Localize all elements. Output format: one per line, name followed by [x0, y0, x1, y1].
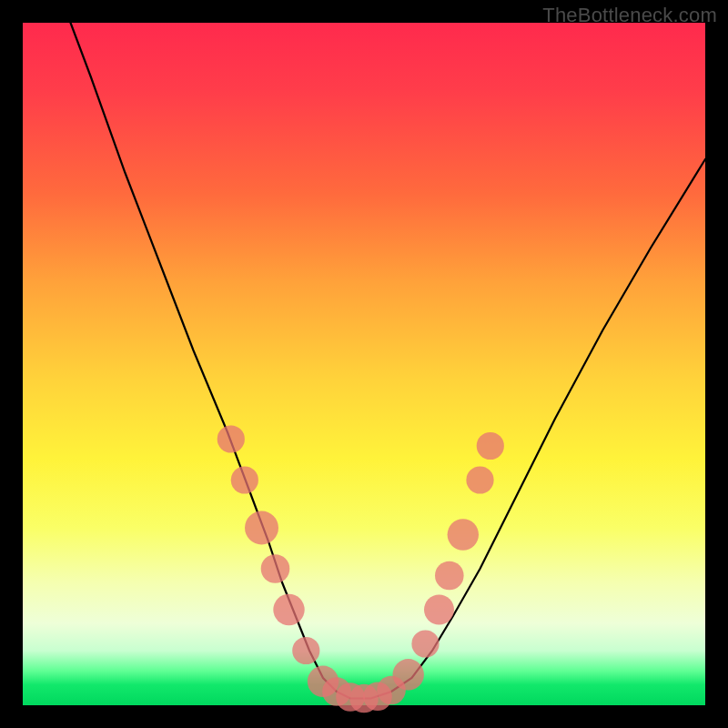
- curve-marker: [393, 659, 424, 690]
- bottleneck-curve-line: [71, 23, 706, 699]
- curve-marker: [466, 466, 493, 493]
- curve-marker: [273, 594, 304, 625]
- curve-marker: [217, 425, 245, 452]
- curve-markers-group: [217, 425, 504, 713]
- curve-marker: [292, 637, 319, 664]
- curve-marker: [245, 511, 278, 545]
- curve-marker: [231, 466, 258, 493]
- curve-marker: [411, 630, 439, 657]
- curve-marker: [477, 432, 504, 460]
- chart-frame: TheBottleneck.com: [0, 0, 728, 728]
- curve-marker: [448, 519, 479, 550]
- curve-marker: [435, 561, 464, 591]
- curve-marker: [424, 595, 454, 625]
- chart-overlay-svg: [23, 23, 705, 705]
- curve-marker: [261, 554, 290, 583]
